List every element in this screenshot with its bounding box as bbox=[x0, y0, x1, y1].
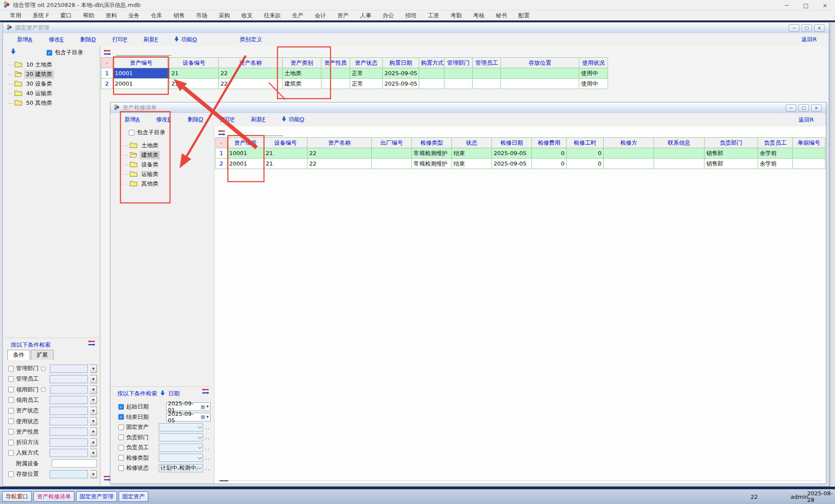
app-close-button[interactable]: × bbox=[821, 2, 829, 9]
window2-tree-item[interactable]: 设备类 bbox=[124, 160, 160, 169]
column-header-联系信息[interactable]: 联系信息 bbox=[654, 138, 705, 148]
window2-toolbar-修改E[interactable]: 修改E bbox=[156, 116, 171, 123]
window1-tree-item[interactable]: 30 设备类 bbox=[8, 79, 54, 89]
dropdown-arrow-icon[interactable]: ▼ bbox=[90, 470, 97, 478]
filter-select[interactable]: 计划中,检测中,得 bbox=[159, 464, 203, 472]
checkbox-icon[interactable] bbox=[8, 376, 14, 382]
column-header-检修日期[interactable]: 检修日期 bbox=[492, 138, 532, 148]
filter-select[interactable] bbox=[50, 385, 88, 394]
window2-return-button[interactable]: 返回R bbox=[798, 116, 814, 124]
column-header-资产类别[interactable]: 资产类别 bbox=[283, 58, 321, 68]
menu-item-秘书[interactable]: 秘书 bbox=[490, 11, 513, 20]
dropdown-arrow-icon[interactable]: ▼ bbox=[90, 407, 97, 415]
checkbox-checked-icon[interactable]: ✓ bbox=[118, 414, 124, 420]
checkbox-checked-icon[interactable]: ✓ bbox=[47, 50, 52, 56]
menu-item-招培[interactable]: 招培 bbox=[400, 11, 422, 20]
quick-search-underline-input[interactable] bbox=[116, 50, 171, 56]
menu-item-仓库[interactable]: 仓库 bbox=[145, 11, 168, 20]
dropdown-arrow-icon[interactable]: ▼ bbox=[207, 405, 209, 408]
down-arrow-icon[interactable] bbox=[160, 391, 165, 397]
menu-item-销售[interactable]: 销售 bbox=[168, 11, 190, 20]
menu-item-人事[interactable]: 人事 bbox=[354, 11, 377, 20]
column-header-检修方[interactable]: 检修方 bbox=[604, 138, 654, 148]
horizontal-scrollbar-track[interactable] bbox=[217, 481, 822, 481]
window2-tree-item[interactable]: 建筑类 bbox=[124, 150, 160, 160]
filter-select[interactable] bbox=[50, 396, 88, 404]
window1-toolbar-类别定义[interactable]: 类别定义 bbox=[240, 36, 262, 43]
window2-toolbar-新增A[interactable]: 新增A bbox=[124, 116, 140, 123]
dropdown-arrow-icon[interactable]: ▼ bbox=[90, 449, 97, 457]
column-header-管理员工[interactable]: 管理员工 bbox=[473, 58, 501, 68]
attachment-input[interactable] bbox=[52, 459, 97, 468]
swap-icon[interactable] bbox=[88, 340, 95, 347]
window1-toolbar-修改E[interactable]: 修改E bbox=[49, 36, 63, 43]
table-row[interactable]: 2200012122建筑类正常2025-09-05使用中 bbox=[101, 79, 608, 89]
window1-toolbar-功能O[interactable]: 功能O bbox=[174, 36, 197, 43]
filter-select[interactable] bbox=[50, 365, 88, 373]
menu-item-采购[interactable]: 采购 bbox=[213, 11, 236, 20]
dropdown-arrow-icon[interactable]: ▼ bbox=[90, 438, 97, 447]
column-header-出厂编号[interactable]: 出厂编号 bbox=[372, 138, 412, 148]
horizontal-scrollbar-thumb[interactable] bbox=[220, 480, 228, 481]
checkbox-icon[interactable] bbox=[118, 445, 124, 451]
window1-toolbar-删除D[interactable]: 删除D bbox=[80, 36, 96, 43]
column-header-资产编号[interactable]: 资产编号 bbox=[227, 138, 264, 148]
window2-titlebar[interactable]: 资产检修清单 ─□× bbox=[110, 103, 826, 113]
checkbox-icon[interactable] bbox=[118, 455, 124, 461]
statusbar-tab-固定资产管理[interactable]: 固定资产管理 bbox=[76, 491, 117, 502]
dropdown-arrow-icon[interactable]: ▼ bbox=[90, 375, 97, 383]
window1-tree-item[interactable]: 10 土地类 bbox=[8, 60, 54, 70]
checkbox-icon[interactable] bbox=[8, 366, 14, 371]
checkbox-icon[interactable] bbox=[8, 397, 14, 403]
menu-item-会计[interactable]: 会计 bbox=[309, 11, 332, 20]
filter-select[interactable] bbox=[50, 470, 88, 478]
window1-toolbar-刷新F[interactable]: 刷新F bbox=[144, 36, 158, 43]
menu-item-收支[interactable]: 收支 bbox=[236, 11, 258, 20]
window1-close-button[interactable]: × bbox=[814, 24, 825, 32]
dropdown-arrow-icon[interactable]: ▼ bbox=[90, 417, 97, 425]
column-header-资产状态[interactable]: 资产状态 bbox=[350, 58, 383, 68]
window2-maximize-button[interactable]: □ bbox=[798, 104, 809, 112]
column-header-单据编号[interactable]: 单据编号 bbox=[793, 138, 825, 148]
column-header-负责部门[interactable]: 负责部门 bbox=[705, 138, 758, 148]
column-header-检修工时[interactable]: 检修工时 bbox=[567, 138, 604, 148]
checkbox-icon[interactable] bbox=[118, 424, 124, 430]
calendar-icon[interactable]: ▦ bbox=[200, 404, 205, 410]
checkbox-icon[interactable] bbox=[118, 434, 124, 440]
menu-item-业务[interactable]: 业务 bbox=[123, 11, 145, 20]
filter-select[interactable] bbox=[159, 444, 203, 452]
menu-item-配置[interactable]: 配置 bbox=[513, 11, 535, 20]
filter-select[interactable] bbox=[50, 407, 88, 415]
filter-select[interactable] bbox=[50, 417, 88, 425]
filter-select[interactable] bbox=[50, 375, 88, 383]
menu-item-市场[interactable]: 市场 bbox=[190, 11, 213, 20]
column-header-购置方式[interactable]: 购置方式 bbox=[419, 58, 444, 68]
column-header-使用状况[interactable]: 使用状况 bbox=[579, 58, 608, 68]
swap-icon[interactable] bbox=[202, 388, 209, 395]
window2-toolbar-打印P[interactable]: 打印P bbox=[220, 116, 234, 123]
dropdown-arrow-icon[interactable]: ▼ bbox=[90, 428, 97, 436]
window1-titlebar[interactable]: 固定资产管理 ─□× bbox=[3, 23, 829, 33]
window2-toolbar-刷新F[interactable]: 刷新F bbox=[251, 116, 265, 123]
column-header-购置日期[interactable]: 购置日期 bbox=[383, 58, 419, 68]
menu-item-常用[interactable]: 常用 bbox=[4, 11, 27, 20]
window1-minimize-button[interactable]: ─ bbox=[789, 24, 799, 32]
swap-icon[interactable] bbox=[218, 130, 225, 137]
menu-item-窗口[interactable]: 窗口 bbox=[55, 11, 77, 20]
column-header-设备编号[interactable]: 设备编号 bbox=[264, 138, 307, 148]
date-input[interactable]: 2025-09-05▦▼ bbox=[166, 413, 210, 421]
column-header-设备编号[interactable]: 设备编号 bbox=[170, 58, 219, 68]
statusbar-tab-资产检修清单[interactable]: 资产检修清单 bbox=[33, 491, 74, 502]
app-maximize-button[interactable]: □ bbox=[802, 2, 810, 9]
window1-tree-item[interactable]: 40 运输类 bbox=[8, 89, 54, 98]
browse-dots-button[interactable]: .. bbox=[205, 465, 210, 471]
down-arrow-icon[interactable] bbox=[11, 49, 16, 56]
table-row[interactable]: 1100012122常规检测维护结束2025-09-0500销售部余学前 bbox=[216, 148, 825, 159]
menu-item-帮助[interactable]: 帮助 bbox=[77, 11, 100, 20]
window1-toolbar-新增A[interactable]: 新增A bbox=[17, 36, 32, 43]
table-row[interactable]: 2200012122常规检测维护结束2025-09-0500销售部余学前 bbox=[216, 159, 825, 169]
window1-maximize-button[interactable]: □ bbox=[802, 24, 812, 32]
statusbar-tab-导航窗口[interactable]: 导航窗口 bbox=[2, 491, 32, 502]
tab-扩展[interactable]: 扩展 bbox=[31, 350, 53, 360]
menu-item-系统 F[interactable]: 系统 F bbox=[27, 11, 55, 20]
